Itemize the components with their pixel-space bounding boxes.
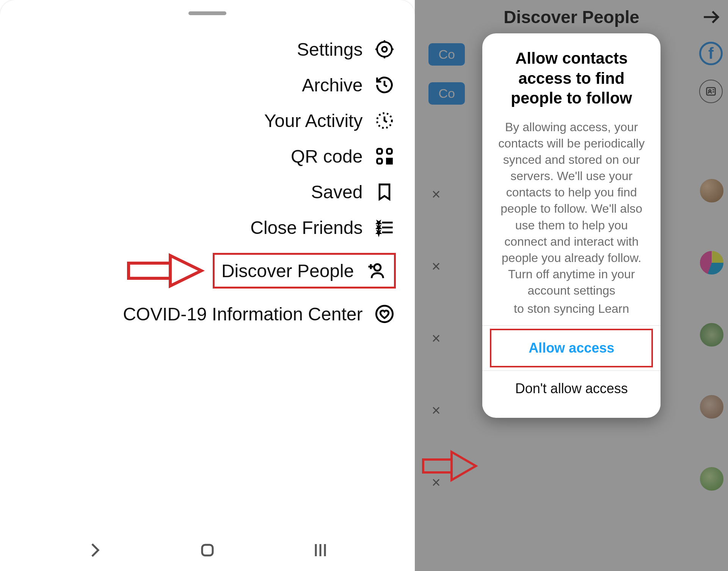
menu-item-discover-people[interactable]: Discover People bbox=[213, 253, 396, 289]
svg-point-17 bbox=[377, 306, 393, 322]
menu-label: Close Friends bbox=[250, 217, 362, 238]
svg-rect-18 bbox=[202, 545, 213, 555]
annotation-arrow-icon bbox=[421, 449, 478, 485]
svg-rect-5 bbox=[377, 159, 382, 164]
svg-point-14 bbox=[374, 264, 381, 271]
menu-item-covid-info[interactable]: COVID-19 Information Center bbox=[0, 303, 396, 325]
menu-item-qr-code[interactable]: QR code bbox=[0, 145, 396, 168]
deny-access-button[interactable]: Don't allow access bbox=[482, 370, 661, 406]
discover-people-screen: Discover People Co f Co × × × × × Allow … bbox=[415, 0, 728, 571]
menu-label: Discover People bbox=[221, 260, 354, 281]
settings-drawer: Settings Archive Your Activity QR code S bbox=[0, 0, 415, 571]
menu-item-settings[interactable]: Settings bbox=[0, 38, 396, 61]
menu-label: Your Activity bbox=[264, 110, 363, 131]
contacts-permission-dialog: Allow contacts access to find people to … bbox=[482, 33, 661, 418]
gear-icon bbox=[373, 38, 396, 61]
svg-rect-9 bbox=[391, 162, 392, 163]
history-icon bbox=[373, 74, 396, 96]
star-list-icon bbox=[373, 216, 396, 239]
dialog-body: By allowing access, your contacts will b… bbox=[496, 119, 647, 317]
menu-label: Archive bbox=[302, 75, 362, 96]
activity-icon bbox=[373, 109, 396, 132]
svg-rect-7 bbox=[391, 159, 392, 160]
heart-circle-icon bbox=[373, 303, 396, 325]
drag-handle[interactable] bbox=[188, 11, 226, 15]
svg-rect-4 bbox=[387, 149, 392, 154]
svg-rect-27 bbox=[423, 460, 452, 472]
bookmark-icon bbox=[373, 180, 396, 203]
svg-rect-3 bbox=[377, 149, 382, 154]
menu-label: Settings bbox=[297, 39, 362, 60]
qr-icon bbox=[373, 145, 396, 168]
svg-rect-8 bbox=[387, 162, 389, 163]
menu-item-saved[interactable]: Saved bbox=[0, 180, 396, 203]
dialog-body-text: By allowing access, your contacts will b… bbox=[498, 120, 645, 298]
menu-item-your-activity[interactable]: Your Activity bbox=[0, 109, 396, 132]
dialog-title: Allow contacts access to find people to … bbox=[496, 49, 647, 108]
dialog-footer: Allow access Don't allow access bbox=[482, 325, 661, 406]
menu-label: COVID-19 Information Center bbox=[123, 304, 362, 325]
svg-point-1 bbox=[382, 47, 387, 52]
nav-back-icon[interactable] bbox=[81, 537, 108, 563]
allow-access-button[interactable]: Allow access bbox=[491, 330, 651, 366]
menu-list: Settings Archive Your Activity QR code S bbox=[0, 30, 415, 325]
menu-label: Saved bbox=[311, 182, 362, 202]
annotation-highlight-box: Allow access bbox=[490, 329, 653, 367]
nav-recents-icon[interactable] bbox=[307, 537, 334, 563]
menu-item-close-friends[interactable]: Close Friends bbox=[0, 216, 396, 239]
android-nav-bar bbox=[0, 537, 415, 563]
annotation-arrow-icon bbox=[126, 252, 205, 290]
svg-rect-13 bbox=[129, 263, 170, 278]
menu-item-archive[interactable]: Archive bbox=[0, 74, 396, 96]
add-person-icon bbox=[364, 259, 387, 282]
svg-rect-6 bbox=[387, 159, 389, 160]
dialog-body-truncated: to ston syncing Learn bbox=[496, 301, 647, 317]
menu-label: QR code bbox=[291, 146, 362, 167]
nav-home-icon[interactable] bbox=[194, 537, 221, 563]
